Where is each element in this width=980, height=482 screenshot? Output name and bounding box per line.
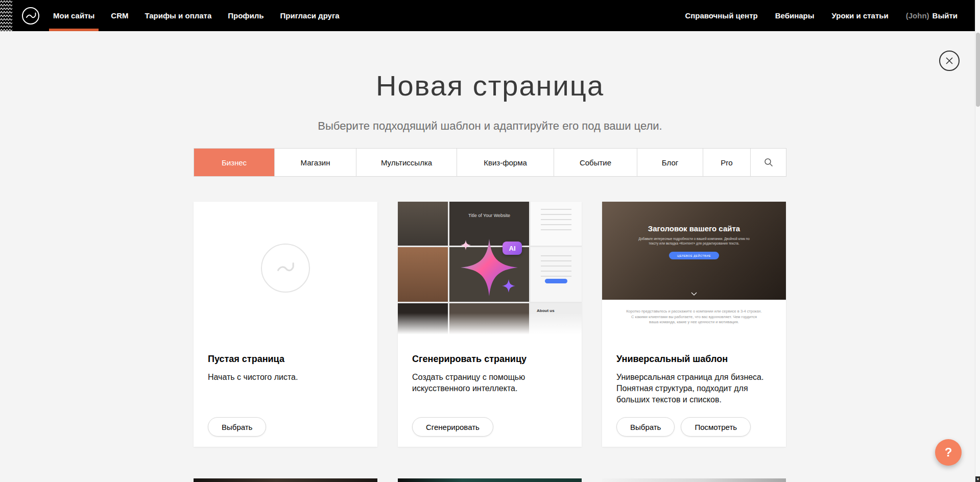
new-page-dialog: Новая страница Выберите подходящий шабло… [0, 0, 980, 482]
collage-button-decoration [545, 279, 567, 283]
ai-generate-preview: Title of Your Website About us [398, 202, 582, 334]
universal-template-preview: Заголовок вашего сайта Добавьте интересн… [602, 202, 786, 334]
template-category-tabs: Бизнес Магазин Мультиссылка Квиз-форма С… [194, 148, 786, 177]
card-title: Пустая страница [208, 354, 363, 365]
template-hero: Заголовок вашего сайта Добавьте интересн… [602, 202, 786, 300]
template-card-partial[interactable] [398, 478, 582, 482]
generate-button[interactable]: Сгенерировать [412, 417, 493, 437]
ai-sparkle-icon [448, 225, 530, 306]
template-body-section: Коротко представьтесь и расскажите о ком… [602, 300, 786, 334]
scrollbar[interactable]: ▼ [975, 0, 980, 482]
template-card-blank-page[interactable]: Пустая страница Начать с чистого листа. … [194, 202, 377, 447]
close-icon [945, 57, 953, 65]
scrollbar-thumb[interactable] [976, 33, 980, 107]
collage-tile [531, 247, 582, 302]
blank-page-preview [194, 202, 377, 334]
nav-item-my-sites[interactable]: Мои сайты [53, 0, 94, 31]
template-hero-subheading: Добавьте интересные подробности о вашей … [635, 236, 753, 246]
nav-item-profile[interactable]: Профиль [228, 0, 264, 31]
collage-tile [449, 303, 529, 334]
collage-tile [398, 247, 448, 302]
tab-business[interactable]: Бизнес [194, 149, 274, 176]
nav-item-lessons[interactable]: Уроки и статьи [832, 0, 889, 31]
primary-nav: Мои сайты CRM Тарифы и оплата Профиль Пр… [53, 0, 356, 31]
collage-site-title: Title of Your Website [449, 202, 529, 218]
tab-shop[interactable]: Магазин [274, 149, 356, 176]
template-grid: Пустая страница Начать с чистого листа. … [194, 202, 786, 447]
collage-tile [398, 202, 448, 246]
page-subtitle: Выберите подходящий шаблон и адаптируйте… [0, 119, 980, 133]
nav-item-webinars[interactable]: Вебинары [775, 0, 815, 31]
search-icon [764, 158, 773, 167]
collage-tile [531, 202, 582, 246]
card-title: Универсальный шаблон [616, 354, 772, 365]
tilda-logo-icon[interactable] [21, 7, 40, 25]
nav-item-pricing[interactable]: Тарифы и оплата [145, 0, 211, 31]
card-description: Создать страницу с помощью искусственног… [412, 372, 567, 394]
chevron-down-icon [691, 292, 697, 296]
tab-blog[interactable]: Блог [637, 149, 703, 176]
template-hero-heading: Заголовок вашего сайта [648, 224, 740, 233]
scroll-down-arrow[interactable]: ▼ [975, 476, 980, 482]
tab-multilink[interactable]: Мультиссылка [356, 149, 457, 176]
collage-tile: About us [531, 303, 582, 334]
page-title: Новая страница [0, 69, 980, 102]
card-title: Сгенерировать страницу [412, 354, 567, 365]
template-card-partial[interactable] [194, 478, 377, 482]
collage-tile [398, 303, 448, 334]
select-blank-button[interactable]: Выбрать [208, 417, 266, 437]
logout-link[interactable]: Выйти [933, 11, 958, 20]
secondary-nav: Справочный центр Вебинары Уроки и статьи… [667, 0, 980, 31]
next-template-row [194, 478, 786, 482]
template-card-ai-generate[interactable]: Title of Your Website About us [398, 202, 582, 447]
template-body-text: Коротко представьтесь и расскажите о ком… [626, 309, 762, 325]
card-description: Универсальная страница для бизнеса. Поня… [616, 372, 772, 405]
tab-event[interactable]: Событие [554, 149, 637, 176]
ai-badge: AI [503, 242, 522, 255]
top-navigation-bar: Мои сайты CRM Тарифы и оплата Профиль Пр… [0, 0, 980, 31]
select-universal-button[interactable]: Выбрать [616, 417, 675, 437]
zigzag-pattern [0, 0, 12, 31]
nav-item-help-center[interactable]: Справочный центр [685, 0, 757, 31]
template-cta-button: Целевое действие [669, 252, 719, 259]
preview-universal-button[interactable]: Посмотреть [681, 417, 751, 437]
close-button[interactable] [939, 51, 960, 71]
template-card-partial[interactable] [602, 478, 786, 482]
tab-pro[interactable]: Pro [703, 149, 750, 176]
nav-item-crm[interactable]: CRM [111, 0, 128, 31]
nav-item-invite-friend[interactable]: Пригласи друга [280, 0, 339, 31]
tab-search[interactable] [750, 149, 786, 176]
user-block: (John) Выйти [906, 0, 958, 31]
tilda-watermark-icon [261, 244, 310, 293]
template-card-universal[interactable]: Заголовок вашего сайта Добавьте интересн… [602, 202, 786, 447]
collage-about-label: About us [531, 303, 582, 313]
user-name: (John) [906, 11, 929, 20]
tab-quiz-form[interactable]: Квиз-форма [457, 149, 554, 176]
card-description: Начать с чистого листа. [208, 372, 363, 383]
help-button[interactable]: ? [935, 439, 962, 466]
